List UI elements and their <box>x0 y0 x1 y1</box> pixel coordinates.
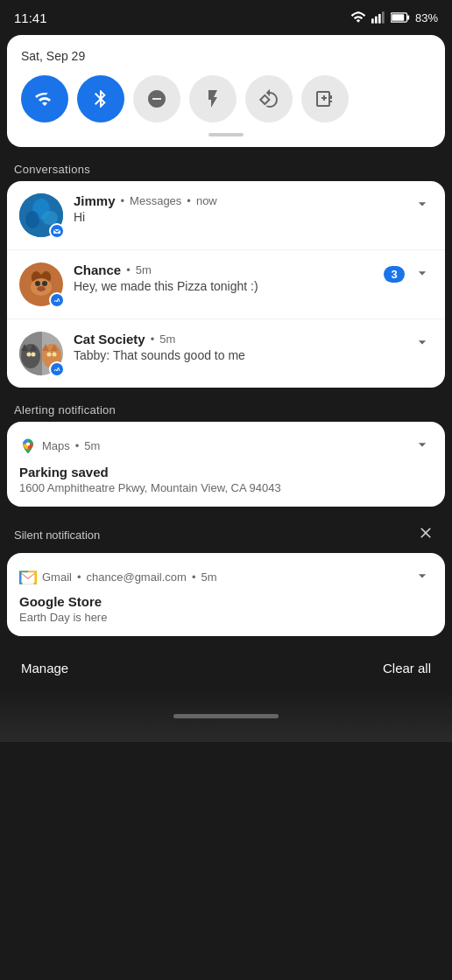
qs-dnd-button[interactable] <box>133 75 180 122</box>
gmail-title: Google Store <box>19 594 433 609</box>
conversations-card: Jimmy • Messages • now Hi <box>7 181 445 388</box>
svg-rect-33 <box>53 365 61 374</box>
dnd-icon <box>146 88 167 109</box>
svg-rect-20 <box>53 296 61 304</box>
status-time: 11:41 <box>14 10 47 25</box>
chance-expand-button[interactable] <box>412 262 433 286</box>
chance-actions: 3 <box>384 262 433 286</box>
chance-time: 5m <box>136 263 152 276</box>
alert-expand-button[interactable] <box>412 434 433 458</box>
battery-status-icon <box>391 12 410 23</box>
wifi-icon <box>34 88 55 109</box>
gmail-expand-button[interactable] <box>412 565 433 589</box>
svg-rect-6 <box>392 14 404 21</box>
wifi-status-icon <box>350 11 366 24</box>
manage-button[interactable]: Manage <box>21 661 68 676</box>
silent-section-label: Silent notification <box>14 528 100 542</box>
gmail-dot1: • <box>77 570 81 584</box>
jimmy-dot: • <box>121 194 125 207</box>
chance-content: Chance • 5m Hey, we made this Pizza toni… <box>74 262 377 293</box>
qs-date: Sat, Sep 29 <box>21 49 431 63</box>
cat-society-actions <box>412 332 433 355</box>
rotate-icon <box>258 88 279 109</box>
bottom-blur-area <box>0 690 452 742</box>
svg-rect-3 <box>382 11 385 23</box>
alert-app-info: Maps • 5m <box>19 438 412 455</box>
svg-point-34 <box>26 442 30 445</box>
conversation-jimmy[interactable]: Jimmy • Messages • now Hi <box>7 181 445 250</box>
chance-dot: • <box>126 263 131 276</box>
jimmy-actions <box>412 193 433 217</box>
bottom-bar: Manage Clear all <box>0 643 452 690</box>
svg-point-31 <box>47 353 52 357</box>
gmail-chevron-icon <box>413 567 431 584</box>
gmail-notification-card[interactable]: Gmail • chance@gmail.com • 5m Google Sto… <box>7 553 445 636</box>
qs-rotate-button[interactable] <box>245 75 293 122</box>
silent-close-button[interactable] <box>413 522 438 548</box>
alerting-notification-card[interactable]: Maps • 5m Parking saved 1600 Amphitheatr… <box>7 422 445 507</box>
bluetooth-icon <box>90 88 111 109</box>
qs-handle <box>208 133 244 136</box>
gmail-app-name: Gmail <box>42 570 72 584</box>
cat-society-avatar <box>19 332 63 375</box>
jimmy-avatar <box>19 193 63 237</box>
cat-time: 5m <box>159 332 175 346</box>
alert-time: 5m <box>84 439 100 452</box>
jimmy-chevron-icon <box>413 195 431 213</box>
status-bar: 11:41 83% <box>0 0 452 32</box>
qs-buttons <box>21 75 431 122</box>
cat-society-content: Cat Society • 5m Tabby: That sounds good… <box>74 332 405 362</box>
qs-battery-saver-button[interactable] <box>301 75 349 122</box>
clear-all-button[interactable]: Clear all <box>383 661 431 676</box>
qs-bluetooth-button[interactable] <box>77 75 124 122</box>
jimmy-time: now <box>196 194 217 207</box>
svg-point-19 <box>37 286 46 291</box>
chance-name: Chance <box>74 262 121 277</box>
chance-message: Hey, we made this Pizza tonight :) <box>74 279 377 293</box>
svg-point-9 <box>25 211 39 228</box>
jimmy-app-badge <box>49 223 65 239</box>
jimmy-name: Jimmy <box>74 193 116 208</box>
gmail-email: chance@gmail.com <box>87 570 187 584</box>
cat-society-app-badge <box>49 361 65 377</box>
maps-app-icon <box>19 438 37 455</box>
qs-flashlight-button[interactable] <box>189 75 237 122</box>
battery-saver-icon <box>314 88 335 109</box>
conversations-section-label: Conversations <box>0 154 452 181</box>
svg-point-18 <box>42 281 47 286</box>
jimmy-app: Messages <box>130 194 181 207</box>
gmail-time: 5m <box>201 570 216 584</box>
gmail-app-icon <box>19 569 37 586</box>
cat-society-name: Cat Society <box>74 332 145 346</box>
conversation-chance[interactable]: Chance • 5m Hey, we made this Pizza toni… <box>7 250 445 319</box>
gmail-body: Earth Day is here <box>19 611 433 624</box>
cat-society-message: Tabby: That sounds good to me <box>74 348 405 362</box>
alert-header: Maps • 5m <box>19 434 433 458</box>
home-indicator <box>173 714 279 718</box>
alert-dot: • <box>75 439 80 452</box>
chance-badge-count: 3 <box>384 266 405 283</box>
alert-app-name: Maps <box>42 439 70 452</box>
cat-society-expand-button[interactable] <box>412 332 433 355</box>
cat-dot: • <box>151 332 155 346</box>
quick-settings-panel: Sat, Sep 29 <box>7 35 445 147</box>
silent-close-icon <box>417 524 434 542</box>
status-icons: 83% <box>350 11 438 24</box>
silent-notification-section: Silent notification <box>0 514 452 553</box>
signal-status-icon <box>371 11 385 24</box>
svg-point-17 <box>35 281 40 286</box>
flashlight-icon <box>202 88 223 109</box>
cat-society-chevron-icon <box>413 333 431 351</box>
gmail-app-info: Gmail • chance@gmail.com • 5m <box>19 569 412 586</box>
conversation-cat-society[interactable]: Cat Society • 5m Tabby: That sounds good… <box>7 319 445 388</box>
jimmy-dot2: • <box>187 194 191 207</box>
chance-avatar <box>19 262 63 306</box>
svg-rect-2 <box>378 14 381 24</box>
qs-wifi-button[interactable] <box>21 75 68 122</box>
jimmy-expand-button[interactable] <box>412 193 433 217</box>
svg-rect-1 <box>375 17 378 24</box>
jimmy-message: Hi <box>74 210 405 224</box>
svg-point-26 <box>27 353 32 357</box>
svg-point-27 <box>32 353 36 357</box>
chance-app-badge <box>49 292 65 308</box>
